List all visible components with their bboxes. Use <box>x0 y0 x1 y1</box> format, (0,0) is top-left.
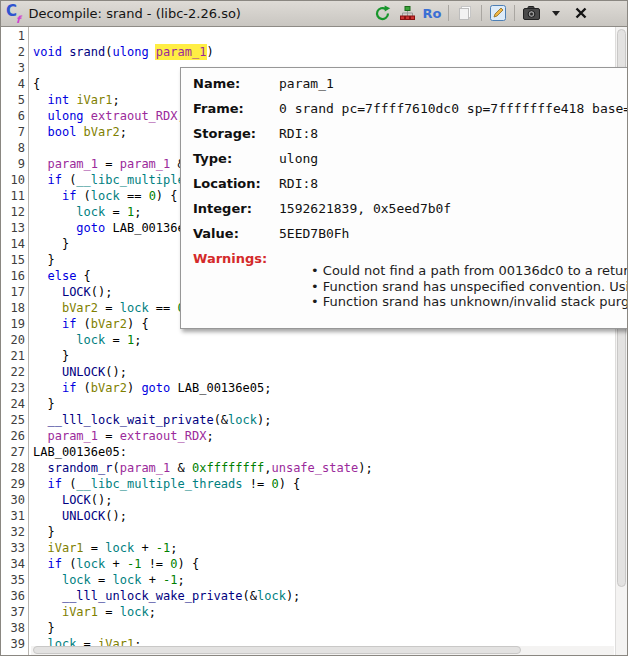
line-number: 21 <box>0 348 28 364</box>
code-line[interactable]: } <box>33 396 614 412</box>
line-number: 27 <box>0 444 28 460</box>
line-number: 19 <box>0 316 28 332</box>
code-line[interactable]: UNLOCK(); <box>33 364 614 380</box>
toolbar-separator <box>448 5 449 21</box>
code-line[interactable]: iVar1 = lock; <box>33 604 614 620</box>
tooltip-row: Type:ulong <box>181 151 627 176</box>
ro-button[interactable]: Ro <box>423 4 441 22</box>
line-number: 26 <box>0 428 28 444</box>
code-line[interactable]: iVar1 = lock + -1; <box>33 540 614 556</box>
line-number: 13 <box>0 220 28 236</box>
line-number: 22 <box>0 364 28 380</box>
line-number: 12 <box>0 204 28 220</box>
tooltip-warnings-row: Warnings: Could not find a path from 001… <box>181 251 627 310</box>
snapshot-button[interactable] <box>522 4 540 22</box>
line-number: 38 <box>0 620 28 636</box>
tooltip-row: Location:RDI:8 <box>181 176 627 201</box>
line-number: 23 <box>0 380 28 396</box>
chevron-down-icon <box>552 11 560 16</box>
line-number: 16 <box>0 268 28 284</box>
copy-button[interactable] <box>456 4 474 22</box>
code-line[interactable]: void srand(ulong param_1) <box>33 44 614 60</box>
menu-arrow-button[interactable] <box>547 4 565 22</box>
tooltip-row: Value:5EED7B0Fh <box>181 226 627 251</box>
horizontal-scrollbar[interactable] <box>31 646 614 655</box>
camera-icon <box>523 6 540 20</box>
refresh-button[interactable] <box>373 4 391 22</box>
line-number: 34 <box>0 556 28 572</box>
toolbar: Ro <box>373 4 628 22</box>
code-line[interactable]: __lll_lock_wait_private(&lock); <box>33 412 614 428</box>
graph-button[interactable] <box>398 4 416 22</box>
code-line[interactable]: } <box>33 348 614 364</box>
line-number: 24 <box>0 396 28 412</box>
line-number: 18 <box>0 300 28 316</box>
line-number: 30 <box>0 492 28 508</box>
tooltip-row: Frame:0 srand pc=7ffff7610dc0 sp=7ffffff… <box>181 101 627 126</box>
decompiler-icon: Cf <box>6 3 21 22</box>
code-line[interactable]: lock = 1; <box>33 332 614 348</box>
code-line[interactable]: if (bVar2) goto LAB_00136e05; <box>33 380 614 396</box>
line-number: 28 <box>0 460 28 476</box>
edit-icon <box>490 5 506 21</box>
line-number: 1 <box>0 28 28 44</box>
line-number-gutter: 1234567891011121314151617181920212223242… <box>0 27 29 655</box>
titlebar: Cf Decompile: srand - (libc-2.26.so) <box>0 0 628 27</box>
tooltip-row: Integer:1592621839, 0x5eed7b0f <box>181 201 627 226</box>
code-line[interactable]: param_1 = extraout_RDX; <box>33 428 614 444</box>
copy-icon <box>457 5 473 21</box>
line-number: 8 <box>0 140 28 156</box>
line-number: 20 <box>0 332 28 348</box>
code-line[interactable]: if (lock + -1 != 0) { <box>33 556 614 572</box>
line-number: 39 <box>0 636 28 652</box>
tooltip-warnings-list: Could not find a path from 00136dc0 to a… <box>311 263 628 310</box>
line-number: 10 <box>0 172 28 188</box>
code-line[interactable]: UNLOCK(); <box>33 508 614 524</box>
code-line[interactable]: } <box>33 524 614 540</box>
toolbar-separator <box>481 5 482 21</box>
edit-button[interactable] <box>489 4 507 22</box>
horizontal-scrollbar-thumb[interactable] <box>33 646 521 654</box>
close-icon <box>575 7 587 19</box>
ro-icon: Ro <box>423 6 442 21</box>
tooltip-row: Storage:RDI:8 <box>181 126 627 151</box>
code-line[interactable]: } <box>33 620 614 636</box>
line-number: 4 <box>0 76 28 92</box>
line-number: 5 <box>0 92 28 108</box>
code-line[interactable]: LOCK(); <box>33 492 614 508</box>
line-number: 25 <box>0 412 28 428</box>
warning-item: Could not find a path from 00136dc0 to a… <box>311 263 628 279</box>
line-number: 6 <box>0 108 28 124</box>
window-title: Decompile: srand - (libc-2.26.so) <box>28 6 241 21</box>
warning-item: Function srand has unspecified conventio… <box>311 279 628 295</box>
line-number: 7 <box>0 124 28 140</box>
close-button[interactable] <box>572 4 590 22</box>
line-number: 33 <box>0 540 28 556</box>
tooltip-rows: Name:param_1Frame:0 srand pc=7ffff7610dc… <box>181 76 627 251</box>
warnings-label: Warnings: <box>193 251 279 266</box>
toolbar-separator <box>514 5 515 21</box>
code-line[interactable] <box>33 28 614 44</box>
code-line[interactable]: srandom_r(param_1 & 0xffffffff,unsafe_st… <box>33 460 614 476</box>
line-number: 31 <box>0 508 28 524</box>
tooltip-row: Name:param_1 <box>181 76 627 101</box>
line-number: 32 <box>0 524 28 540</box>
line-number: 2 <box>0 44 28 60</box>
code-line[interactable]: __lll_unlock_wake_private(&lock); <box>33 588 614 604</box>
warning-item: Function srand has unknown/invalid stack… <box>311 294 628 310</box>
line-number: 11 <box>0 188 28 204</box>
variable-tooltip: Name:param_1Frame:0 srand pc=7ffff7610dc… <box>180 67 628 329</box>
code-line[interactable]: lock = lock + -1; <box>33 572 614 588</box>
line-number: 29 <box>0 476 28 492</box>
code-line[interactable]: LAB_00136e05: <box>33 444 614 460</box>
line-number: 17 <box>0 284 28 300</box>
code-line[interactable]: if (__libc_multiple_threads != 0) { <box>33 476 614 492</box>
line-number: 14 <box>0 236 28 252</box>
line-number: 15 <box>0 252 28 268</box>
graph-icon <box>400 6 415 20</box>
line-number: 36 <box>0 588 28 604</box>
refresh-icon <box>374 5 391 22</box>
line-number: 9 <box>0 156 28 172</box>
line-number: 37 <box>0 604 28 620</box>
line-number: 3 <box>0 60 28 76</box>
